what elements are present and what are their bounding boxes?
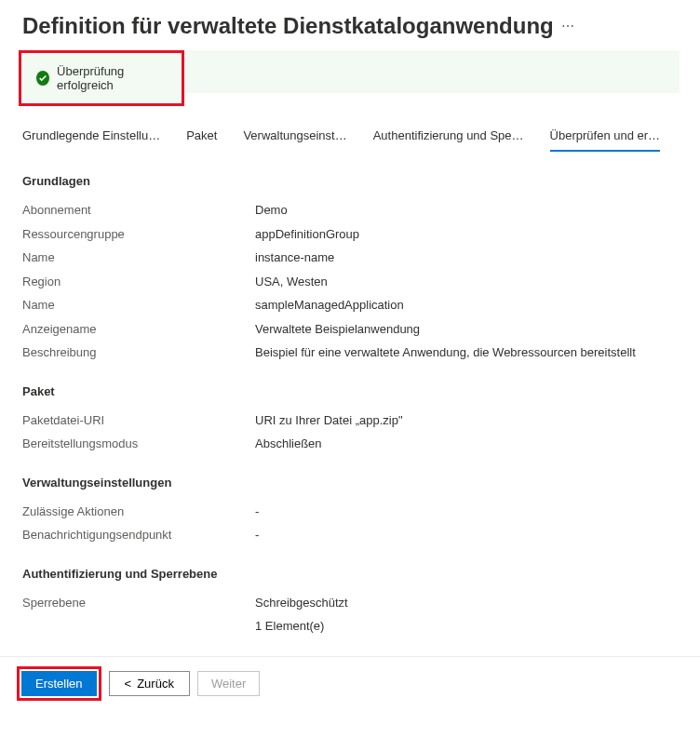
row-allowedactions: Zulässige Aktionen - <box>22 503 678 521</box>
row-notificationendpoint: Benachrichtigungsendpunkt - <box>22 526 678 544</box>
row-resourcegroup: Ressourcengruppe appDefinitionGroup <box>22 225 678 244</box>
more-icon[interactable]: ⋯ <box>561 19 575 34</box>
footer-bar: Erstellen < Zurück Weiter <box>0 657 700 710</box>
next-button: Weiter <box>197 671 260 696</box>
create-button[interactable]: Erstellen <box>21 671 97 696</box>
section-auth-title: Authentifizierung und Sperrebene <box>22 567 678 581</box>
review-content: Grundlagen Abonnement Demo Ressourcengru… <box>0 152 700 649</box>
validation-message: Überprüfung erfolgreich <box>57 64 168 92</box>
section-basics-title: Grundlagen <box>22 174 678 188</box>
tab-auth[interactable]: Authentifizierung und Spe… <box>373 128 524 152</box>
value-name1: instance-name <box>255 248 334 267</box>
label-allowedactions: Zulässige Aktionen <box>22 503 255 521</box>
row-displayname: Anzeigename Verwaltete Beispielanwendung <box>22 320 678 339</box>
value-region: USA, Westen <box>255 273 328 291</box>
success-check-icon <box>36 71 49 86</box>
row-description: Beschreibung Beispiel für eine verwaltet… <box>22 343 678 362</box>
value-allowedactions: - <box>255 503 259 521</box>
value-subscription: Demo <box>255 201 288 220</box>
create-highlight: Erstellen <box>17 666 101 701</box>
value-resourcegroup: appDefinitionGroup <box>255 225 359 244</box>
value-elements: 1 Element(e) <box>255 617 324 636</box>
label-resourcegroup: Ressourcengruppe <box>22 225 255 244</box>
label-deploymode: Bereitstellungsmodus <box>22 435 255 453</box>
validation-banner: Überprüfung erfolgreich <box>23 53 182 103</box>
label-subscription: Abonnement <box>22 201 255 220</box>
back-label: Zurück <box>137 677 174 691</box>
label-locklevel: Sperrebene <box>22 594 255 612</box>
tab-basics[interactable]: Grundlegende Einstellu… <box>22 128 160 152</box>
validation-highlight: Überprüfung erfolgreich <box>19 50 184 106</box>
section-management-title: Verwaltungseinstellungen <box>22 476 678 490</box>
row-name1: Name instance-name <box>22 248 678 267</box>
label-packageuri: Paketdatei-URI <box>22 411 255 430</box>
row-locklevel: Sperrebene Schreibgeschützt <box>22 594 678 612</box>
label-displayname: Anzeigename <box>22 320 255 339</box>
value-deploymode: Abschließen <box>255 435 322 453</box>
section-package-title: Paket <box>22 384 678 398</box>
label-notificationendpoint: Benachrichtigungsendpunkt <box>22 526 255 544</box>
label-name1: Name <box>22 248 255 267</box>
label-description: Beschreibung <box>22 343 255 362</box>
row-elements: 1 Element(e) <box>22 617 678 636</box>
value-displayname: Verwaltete Beispielanwendung <box>255 320 420 339</box>
label-name2: Name <box>22 296 255 315</box>
value-notificationendpoint: - <box>255 526 259 544</box>
value-description: Beispiel für eine verwaltete Anwendung, … <box>255 343 636 362</box>
label-elements <box>22 617 255 636</box>
page-title: Definition für verwaltete Dienstkataloga… <box>22 13 554 39</box>
value-name2: sampleManagedApplication <box>255 296 404 315</box>
tab-review[interactable]: Überprüfen und er… <box>550 128 661 152</box>
row-name2: Name sampleManagedApplication <box>22 296 678 315</box>
page-header: Definition für verwaltete Dienstkataloga… <box>0 0 700 48</box>
tab-package[interactable]: Paket <box>186 128 217 152</box>
row-packageuri: Paketdatei-URI URI zu Ihrer Datei „app.z… <box>22 411 678 430</box>
row-region: Region USA, Westen <box>22 273 678 291</box>
tab-management[interactable]: Verwaltungseinst… <box>243 128 346 152</box>
tab-bar: Grundlegende Einstellu… Paket Verwaltung… <box>0 106 700 152</box>
row-deploymode: Bereitstellungsmodus Abschließen <box>22 435 678 453</box>
value-locklevel: Schreibgeschützt <box>255 594 348 612</box>
row-subscription: Abonnement Demo <box>22 201 678 220</box>
label-region: Region <box>22 273 255 291</box>
value-packageuri: URI zu Ihrer Datei „app.zip" <box>255 411 403 430</box>
back-button[interactable]: < Zurück <box>109 671 190 696</box>
chevron-left-icon: < <box>125 677 132 691</box>
